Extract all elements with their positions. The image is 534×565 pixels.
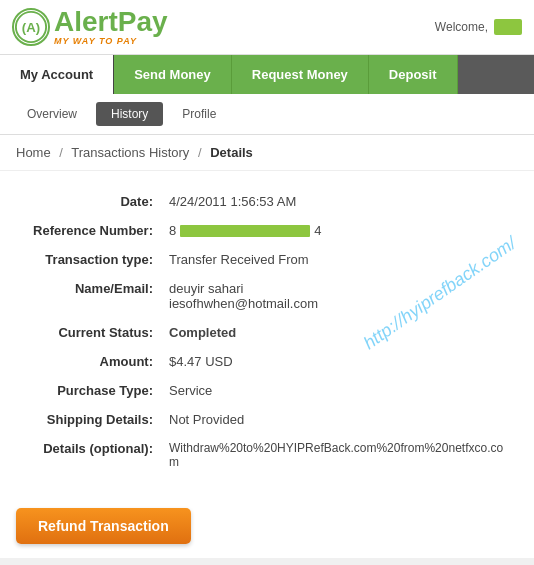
table-row-date: Date: 4/24/2011 1:56:53 AM [16,187,518,216]
amount-value: $4.47 USD [161,347,518,376]
sub-nav: Overview History Profile [0,94,534,135]
table-row-status: Current Status: Completed [16,318,518,347]
table-row-name-email: Name/Email: deuyir sahari iesofhwhen@hot… [16,274,518,318]
table-row-shipping: Shipping Details: Not Provided [16,405,518,434]
sub-nav-history[interactable]: History [96,102,163,126]
welcome-area: Welcome, [435,19,522,35]
refund-transaction-button[interactable]: Refund Transaction [16,508,191,544]
nav-item-send-money[interactable]: Send Money [114,55,232,94]
welcome-text: Welcome, [435,20,488,34]
txn-type-label: Transaction type: [16,245,161,274]
name-email-label: Name/Email: [16,274,161,318]
breadcrumb-current: Details [210,145,253,160]
breadcrumb: Home / Transactions History / Details [0,135,534,171]
name-value: deuyir sahari [169,281,510,296]
nav-item-request-money[interactable]: Request Money [232,55,369,94]
logo-area: (A) AlertPay MY WAY TO PAY [12,8,168,46]
table-row-details-optional: Details (optional): Withdraw%20to%20HYIP… [16,434,518,476]
svg-text:(A): (A) [22,20,40,35]
sub-nav-profile[interactable]: Profile [167,102,231,126]
sub-nav-overview[interactable]: Overview [12,102,92,126]
details-optional-label: Details (optional): [16,434,161,476]
table-row-amount: Amount: $4.47 USD [16,347,518,376]
user-badge [494,19,522,35]
purchase-label: Purchase Type: [16,376,161,405]
txn-type-value: Transfer Received From [161,245,518,274]
nav-item-my-account[interactable]: My Account [0,55,114,94]
logo-name: AlertPay [54,8,168,36]
ref-end: 4 [314,223,321,238]
logo-icon: (A) [12,8,50,46]
ref-bar [180,225,310,237]
ref-value: 8 4 [161,216,518,245]
content-area: http://hyiprefback.com/ Date: 4/24/2011 … [0,171,534,496]
date-label: Date: [16,187,161,216]
nav-item-deposit[interactable]: Deposit [369,55,458,94]
status-label: Current Status: [16,318,161,347]
main-nav: My Account Send Money Request Money Depo… [0,55,534,94]
breadcrumb-sep1: / [59,145,63,160]
status-value: Completed [161,318,518,347]
table-row-ref: Reference Number: 8 4 [16,216,518,245]
ref-label: Reference Number: [16,216,161,245]
detail-table: Date: 4/24/2011 1:56:53 AM Reference Num… [16,187,518,476]
amount-label: Amount: [16,347,161,376]
email-value: iesofhwhen@hotmail.com [169,296,510,311]
table-row-txn-type: Transaction type: Transfer Received From [16,245,518,274]
shipping-value: Not Provided [161,405,518,434]
shipping-label: Shipping Details: [16,405,161,434]
ref-bar-container: 8 4 [169,223,510,238]
footer-area: Refund Transaction [0,496,534,558]
breadcrumb-sep2: / [198,145,202,160]
name-email-value: deuyir sahari iesofhwhen@hotmail.com [161,274,518,318]
table-row-purchase-type: Purchase Type: Service [16,376,518,405]
ref-start: 8 [169,223,176,238]
logo-tagline: MY WAY TO PAY [54,36,168,46]
details-optional-value: Withdraw%20to%20HYIPRefBack.com%20from%2… [161,434,518,476]
date-value: 4/24/2011 1:56:53 AM [161,187,518,216]
breadcrumb-section[interactable]: Transactions History [71,145,189,160]
header: (A) AlertPay MY WAY TO PAY Welcome, [0,0,534,55]
purchase-value: Service [161,376,518,405]
logo-text: AlertPay MY WAY TO PAY [54,8,168,46]
breadcrumb-home[interactable]: Home [16,145,51,160]
